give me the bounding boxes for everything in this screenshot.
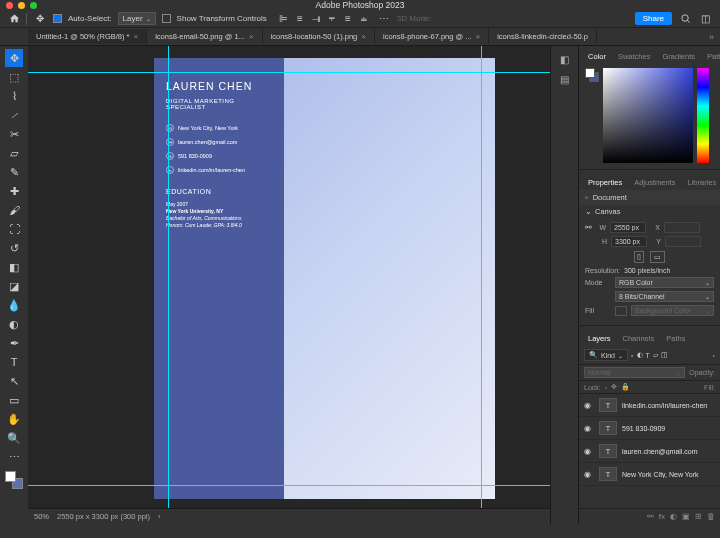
- tab-color[interactable]: Color: [583, 49, 611, 64]
- brush-tool[interactable]: 🖌: [5, 201, 23, 219]
- hue-slider[interactable]: [697, 68, 709, 163]
- gradient-tool[interactable]: ◪: [5, 277, 23, 295]
- eraser-tool[interactable]: ◧: [5, 258, 23, 276]
- guide-horizontal[interactable]: [28, 485, 550, 486]
- align-bottom-icon[interactable]: ⫨: [357, 12, 371, 26]
- lock-position-icon[interactable]: ✥: [611, 383, 617, 391]
- lock-all-icon[interactable]: 🔒: [621, 383, 630, 391]
- layer-item[interactable]: ◉ T 591 830-0909: [579, 417, 720, 440]
- layer-thumbnail[interactable]: T: [599, 444, 617, 458]
- layer-filter-kind[interactable]: 🔍 Kind ⌄: [584, 349, 628, 361]
- history-brush-tool[interactable]: ↺: [5, 239, 23, 257]
- dodge-tool[interactable]: ◐: [5, 315, 23, 333]
- layer-item[interactable]: ◉ T New York City, New York: [579, 463, 720, 486]
- marquee-tool[interactable]: ⬚: [5, 68, 23, 86]
- guide-vertical[interactable]: [168, 46, 169, 508]
- close-icon[interactable]: ×: [249, 32, 254, 41]
- document-tab[interactable]: icons8-email-50.png @ 1...×: [147, 29, 262, 44]
- document-tab[interactable]: icons8-linkedin-circled-50.p: [489, 29, 597, 44]
- pen-tool[interactable]: ✒: [5, 334, 23, 352]
- bits-select[interactable]: 8 Bits/Channel⌄: [615, 291, 714, 302]
- layer-thumbnail[interactable]: T: [599, 398, 617, 412]
- status-chevron-icon[interactable]: ›: [158, 512, 161, 521]
- height-input[interactable]: [611, 236, 647, 247]
- crop-tool[interactable]: ✂: [5, 125, 23, 143]
- eyedropper-tool[interactable]: ✎: [5, 163, 23, 181]
- orientation-portrait-icon[interactable]: ▯: [634, 251, 644, 263]
- stamp-tool[interactable]: ⛶: [5, 220, 23, 238]
- filter-type-icon[interactable]: T: [646, 352, 650, 359]
- tab-adjustments[interactable]: Adjustments: [629, 175, 680, 190]
- canvas-section[interactable]: ⌄ Canvas: [579, 205, 720, 218]
- tab-paths[interactable]: Paths: [661, 331, 690, 346]
- shape-tool[interactable]: ▭: [5, 391, 23, 409]
- workspace-icon[interactable]: ◫: [698, 12, 712, 26]
- y-input[interactable]: [665, 236, 701, 247]
- filter-adjustment-icon[interactable]: ◐: [637, 351, 643, 359]
- document-tab[interactable]: icons8-location-50 (1).png×: [263, 29, 375, 44]
- canvas-area[interactable]: LAUREN CHEN DIGITAL MARKETING SPECIALIST…: [28, 46, 550, 508]
- close-icon[interactable]: ×: [133, 32, 138, 41]
- align-right-icon[interactable]: ⫣: [309, 12, 323, 26]
- width-input[interactable]: [610, 222, 646, 233]
- align-center-v-icon[interactable]: ≡: [341, 12, 355, 26]
- new-group-icon[interactable]: ▣: [682, 512, 690, 521]
- align-left-icon[interactable]: ⊫: [277, 12, 291, 26]
- home-button[interactable]: [8, 13, 20, 25]
- document-tab[interactable]: Untitled-1 @ 50% (RGB/8) *×: [28, 29, 147, 44]
- document-canvas[interactable]: LAUREN CHEN DIGITAL MARKETING SPECIALIST…: [154, 58, 495, 499]
- lock-pixels-icon[interactable]: ▫: [605, 384, 607, 391]
- tab-channels[interactable]: Channels: [618, 331, 660, 346]
- filter-toggle-icon[interactable]: ◦: [713, 352, 715, 359]
- close-window[interactable]: [6, 2, 13, 9]
- align-center-h-icon[interactable]: ≡: [293, 12, 307, 26]
- panel-icon[interactable]: ▤: [557, 72, 573, 86]
- new-layer-icon[interactable]: ⊞: [695, 512, 702, 521]
- transform-checkbox[interactable]: [162, 14, 171, 23]
- layer-thumbnail[interactable]: T: [599, 421, 617, 435]
- tab-layers[interactable]: Layers: [583, 331, 616, 346]
- fg-swatch[interactable]: [585, 68, 595, 78]
- blend-mode-select[interactable]: Normal⌄: [584, 367, 685, 378]
- visibility-icon[interactable]: ◉: [584, 470, 594, 479]
- align-top-icon[interactable]: ⫧: [325, 12, 339, 26]
- document-tab[interactable]: icons8-phone-67.png @ ...×: [375, 29, 489, 44]
- color-picker[interactable]: [603, 68, 693, 163]
- path-tool[interactable]: ↖: [5, 372, 23, 390]
- visibility-icon[interactable]: ◉: [584, 447, 594, 456]
- lasso-tool[interactable]: ⌇: [5, 87, 23, 105]
- move-tool[interactable]: ✥: [5, 49, 23, 67]
- wand-tool[interactable]: ⟋: [5, 106, 23, 124]
- fill-select[interactable]: Background Color⌄: [631, 305, 714, 316]
- frame-tool[interactable]: ▱: [5, 144, 23, 162]
- close-icon[interactable]: ×: [361, 32, 366, 41]
- zoom-tool[interactable]: 🔍: [5, 429, 23, 447]
- visibility-icon[interactable]: ◉: [584, 424, 594, 433]
- visibility-icon[interactable]: ◉: [584, 401, 594, 410]
- foreground-color[interactable]: [5, 471, 16, 482]
- tab-gradients[interactable]: Gradients: [657, 49, 700, 64]
- layer-mask-icon[interactable]: ◐: [670, 512, 677, 521]
- zoom-level[interactable]: 50%: [34, 512, 49, 521]
- edit-toolbar[interactable]: ⋯: [5, 448, 23, 466]
- close-icon[interactable]: ×: [475, 32, 480, 41]
- guide-vertical[interactable]: [481, 46, 482, 508]
- link-layers-icon[interactable]: ⚯: [647, 512, 654, 521]
- auto-select-checkbox[interactable]: [53, 14, 62, 23]
- healing-tool[interactable]: ✚: [5, 182, 23, 200]
- tab-swatches[interactable]: Swatches: [613, 49, 656, 64]
- search-icon[interactable]: [678, 12, 692, 26]
- maximize-window[interactable]: [30, 2, 37, 9]
- panel-icon[interactable]: ◧: [557, 52, 573, 66]
- color-swatches[interactable]: [5, 471, 23, 489]
- minimize-window[interactable]: [18, 2, 25, 9]
- filter-shape-icon[interactable]: ▱: [653, 351, 658, 359]
- layer-item[interactable]: ◉ T linkedin.com/in/lauren-chen: [579, 394, 720, 417]
- blur-tool[interactable]: 💧: [5, 296, 23, 314]
- filter-smart-icon[interactable]: ◫: [661, 351, 668, 359]
- auto-select-dropdown[interactable]: Layer⌄: [118, 12, 156, 25]
- fill-swatch[interactable]: [615, 306, 627, 316]
- link-icon[interactable]: ⚯: [585, 223, 592, 232]
- type-tool[interactable]: T: [5, 353, 23, 371]
- tab-properties[interactable]: Properties: [583, 175, 627, 190]
